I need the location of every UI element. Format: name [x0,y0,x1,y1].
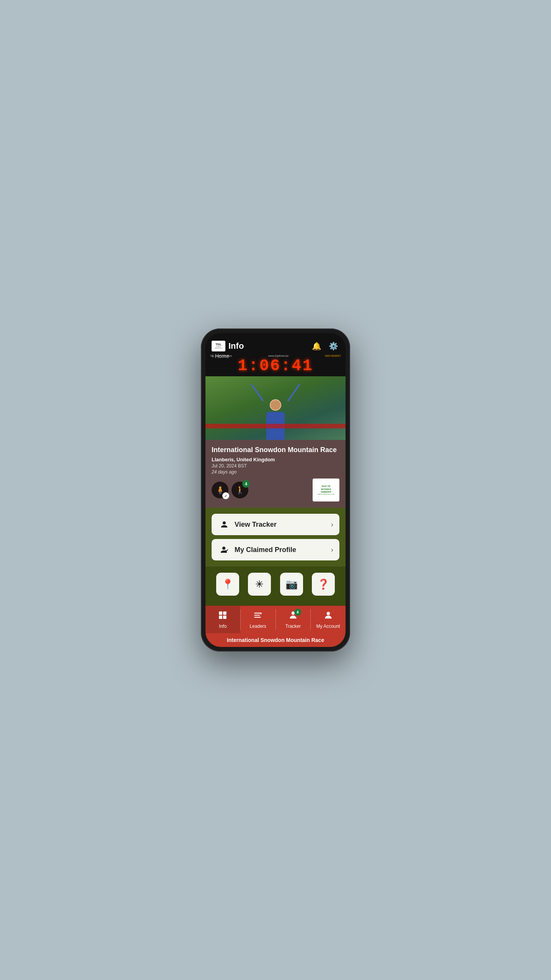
tracker-tab-icon: 4 [288,610,298,622]
view-tracker-chevron: › [331,521,333,529]
ras-logo-text: RAS YRWYDDFA [321,485,331,490]
race-name: International Snowdon Mountain Race [212,446,339,454]
info-tab-label: Info [219,624,227,629]
my-account-tab-label: My Account [316,624,340,629]
info-tab-icon [218,610,228,622]
breadcrumb[interactable]: ‹ Home [212,353,339,359]
phone-screen: TDL EVENTSERVICES Info 🔔 ⚙️ ‹ Home [205,333,346,647]
header-logo-title: TDL EVENTSERVICES Info [212,341,244,351]
tracker-tab-label: Tracker [285,624,301,629]
svg-point-11 [326,612,330,615]
view-tracker-button[interactable]: View Tracker › [212,514,339,535]
my-account-tab-icon [323,610,333,622]
tab-bar: Info 1 2 3 Leaders [205,606,346,633]
scroll-content: TDL Event Services www.chiptimes.biz 084… [205,333,346,606]
settings-icon[interactable]: ⚙️ [327,340,339,352]
race-date: Jul 20, 2024 BST [212,463,339,469]
profile-claimed-badge[interactable]: 🧍 ✓ [212,482,228,498]
race-time-ago: 24 days ago [212,469,339,475]
quick-actions: 📍 ✳ 📷 ❓ [205,567,346,602]
star-icon: ✳ [255,578,264,590]
hero-photo [205,376,346,440]
tab-info[interactable]: Info [205,606,240,633]
page-title: Info [228,341,244,351]
pin-icon: 📍 [222,578,234,590]
ras-logo: RAS YRWYDDFA #SNWDN76 www.snowdonrace.co… [313,479,339,501]
bottom-label-bar: International Snowdon Mountain Race [205,633,346,647]
race-location: Llanberis, United Kingdom [212,457,339,462]
breadcrumb-arrow: ‹ [212,353,214,359]
header-icons: 🔔 ⚙️ [310,340,339,352]
phone-frame: TDL EVENTSERVICES Info 🔔 ⚙️ ‹ Home [201,328,350,652]
svg-rect-1 [223,611,227,615]
my-claimed-profile-label: My Claimed Profile [235,546,326,554]
tab-my-account[interactable]: My Account [311,606,346,633]
tracker-badge[interactable]: 🚶 4 [231,482,248,498]
tracker-badge-count: 4 [242,480,250,488]
race-info-overlay: International Snowdon Mountain Race Llan… [205,440,346,508]
camera-action-button[interactable]: 📷 [280,573,303,596]
tdl-logo: TDL EVENTSERVICES [212,341,225,351]
help-action-button[interactable]: ❓ [312,573,335,596]
pin-action-button[interactable]: 📍 [216,573,239,596]
tracker-tab-badge: 4 [294,609,301,616]
my-claimed-profile-chevron: › [331,546,333,554]
help-icon: ❓ [317,578,329,590]
header: TDL EVENTSERVICES Info 🔔 ⚙️ ‹ Home [205,333,346,362]
tracker-btn-icon [218,518,230,531]
svg-rect-0 [219,611,223,615]
ras-website: www.snowdonrace.co.uk [318,493,334,495]
tab-tracker[interactable]: 4 Tracker [276,606,311,633]
view-tracker-label: View Tracker [235,521,326,529]
svg-rect-5 [254,615,260,616]
tdl-logo-sub: EVENTSERVICES [215,346,222,349]
action-section: View Tracker › My Claimed Profile › [205,508,346,567]
breadcrumb-text: Home [215,353,229,359]
claimed-profile-btn-icon [218,544,230,556]
svg-rect-3 [223,616,227,619]
notification-icon[interactable]: 🔔 [310,340,323,352]
bottom-event-label: International Snowdon Mountain Race [227,637,324,643]
leaders-tab-icon: 1 2 3 [253,610,263,622]
svg-rect-2 [219,616,223,619]
svg-rect-6 [254,617,261,617]
leaders-tab-label: Leaders [249,624,266,629]
tab-leaders[interactable]: 1 2 3 Leaders [241,606,276,633]
my-claimed-profile-button[interactable]: My Claimed Profile › [212,539,339,560]
star-action-button[interactable]: ✳ [248,573,271,596]
camera-icon: 📷 [285,578,298,590]
race-badges: 🧍 ✓ 🚶 4 [212,482,248,498]
